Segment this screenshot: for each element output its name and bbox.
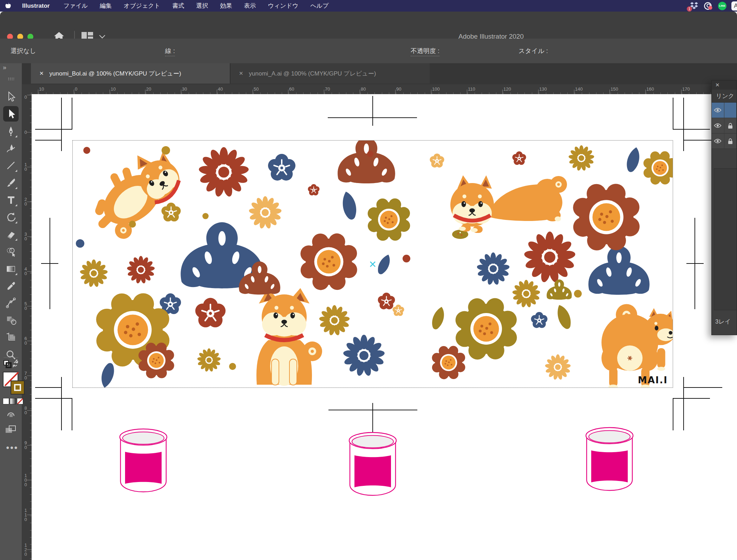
chevron-down-icon[interactable] bbox=[99, 33, 105, 39]
screen-mode-button[interactable] bbox=[5, 425, 17, 434]
art-kiku bbox=[197, 349, 221, 372]
tool-puppet-warp[interactable] bbox=[3, 295, 19, 311]
stroke-weight-label[interactable]: 線 : bbox=[165, 47, 175, 56]
edit-toolbar-dots[interactable]: ●●● bbox=[6, 444, 18, 451]
tool-gradient[interactable] bbox=[3, 261, 19, 276]
artboard-icon bbox=[5, 332, 17, 343]
art-shiba_lying bbox=[78, 142, 193, 248]
trim-mark bbox=[61, 377, 62, 430]
stroke-color-swatch[interactable] bbox=[11, 380, 25, 395]
layer-row-1[interactable] bbox=[712, 118, 737, 134]
toolbar-collapse-chevrons[interactable]: » bbox=[3, 64, 6, 71]
layer-visibility-toggle[interactable] bbox=[712, 134, 724, 149]
trim-mark bbox=[683, 98, 684, 151]
hruler-label: 80 bbox=[361, 86, 366, 92]
tool-type[interactable] bbox=[3, 192, 19, 208]
art-dot bbox=[574, 290, 582, 298]
hruler-label: 0 bbox=[75, 86, 77, 92]
hruler-label: 160 bbox=[646, 86, 654, 92]
hruler-label: 60 bbox=[289, 86, 294, 92]
tab-close-icon[interactable]: ✕ bbox=[39, 70, 44, 77]
canvas[interactable]: MAI.I bbox=[32, 94, 737, 560]
layer-visibility-toggle[interactable] bbox=[712, 118, 724, 133]
artboard-pattern[interactable]: MAI.I bbox=[73, 141, 673, 388]
app-icon-partial[interactable]: A bbox=[731, 1, 737, 11]
menu-item-1[interactable]: ファイル bbox=[57, 0, 94, 12]
trim-mark bbox=[35, 129, 72, 130]
puppet-warp-icon bbox=[5, 298, 17, 309]
tool-line-segment[interactable] bbox=[3, 158, 19, 173]
hruler-label: 120 bbox=[503, 86, 511, 92]
art-fruit bbox=[644, 151, 673, 185]
art-kiku bbox=[512, 280, 540, 308]
shape-builder-icon bbox=[5, 246, 17, 257]
menu-item-3[interactable]: オブジェクト bbox=[118, 0, 166, 12]
horizontal-ruler[interactable]: 1001020304050607080901001101201301401501… bbox=[32, 84, 737, 95]
layer-lock-toggle[interactable] bbox=[724, 118, 737, 133]
menu-item-6[interactable]: 効果 bbox=[214, 0, 238, 12]
cup-mockup-1[interactable] bbox=[347, 429, 398, 498]
opacity-label[interactable]: 不透明度 : bbox=[411, 47, 439, 56]
menu-item-8[interactable]: ウィンドウ bbox=[262, 0, 304, 12]
trim-mark bbox=[673, 98, 673, 130]
tool-shapes[interactable] bbox=[3, 313, 19, 328]
menu-item-7[interactable]: 表示 bbox=[238, 0, 262, 12]
tool-pen[interactable] bbox=[3, 123, 19, 139]
tool-curvature[interactable] bbox=[3, 141, 19, 156]
vertical-ruler[interactable]: 1 001 02 03 04 05 06 07 08 09 01 0 01 1 … bbox=[22, 94, 32, 560]
panel-close-icon[interactable]: ✕ bbox=[715, 82, 720, 88]
none-mode-button[interactable] bbox=[17, 398, 23, 404]
dropbox-icon[interactable]: 1 bbox=[690, 2, 699, 10]
layer-visibility-toggle[interactable] bbox=[712, 103, 724, 118]
artist-signature: MAI.I bbox=[638, 375, 668, 385]
art-kiku bbox=[568, 145, 594, 171]
menu-item-5[interactable]: 選択 bbox=[190, 0, 214, 12]
tool-rotate[interactable] bbox=[3, 209, 19, 225]
menu-item-illustrator[interactable]: Illustrator bbox=[16, 0, 57, 12]
menu-item-2[interactable]: 編集 bbox=[94, 0, 118, 12]
hruler-label: 20 bbox=[146, 86, 151, 92]
draw-mode-button[interactable] bbox=[6, 410, 15, 418]
creative-cloud-icon[interactable] bbox=[704, 2, 713, 10]
line-icon[interactable]: LINE bbox=[718, 2, 726, 10]
tool-artboard[interactable] bbox=[3, 330, 19, 345]
art-ume bbox=[430, 154, 444, 168]
layer-lock-toggle[interactable] bbox=[724, 134, 737, 149]
art-kiku bbox=[249, 196, 282, 229]
panel-tab-title[interactable]: リンク bbox=[712, 90, 737, 103]
art-leaf bbox=[376, 253, 393, 276]
art-leaf bbox=[625, 146, 642, 173]
art-fruit bbox=[456, 298, 517, 360]
tool-eraser[interactable] bbox=[3, 227, 19, 242]
gradient-mode-button[interactable] bbox=[10, 398, 16, 404]
document-tab-0[interactable]: ✕yunomi_Bol.ai @ 100% (CMYK/GPU プレビュー) bbox=[31, 63, 230, 84]
trim-mark bbox=[41, 263, 58, 264]
tool-selection[interactable] bbox=[3, 89, 19, 104]
cup-mockup-2[interactable] bbox=[584, 424, 635, 493]
color-mode-button[interactable] bbox=[3, 398, 9, 404]
tool-shape-builder[interactable] bbox=[3, 244, 19, 259]
menu-item-4[interactable]: 書式 bbox=[166, 0, 190, 12]
art-kiku bbox=[524, 232, 576, 283]
tool-paintbrush[interactable] bbox=[3, 175, 19, 190]
menu-bar: Illustratorファイル編集オブジェクト書式選択効果表示ウィンドウヘルプ … bbox=[0, 0, 737, 12]
art-leaf bbox=[340, 190, 359, 221]
tab-close-icon[interactable]: ✕ bbox=[239, 70, 243, 77]
apple-menu[interactable] bbox=[0, 2, 16, 9]
layer-row-2[interactable] bbox=[712, 134, 737, 149]
art-ume bbox=[195, 298, 226, 327]
cup-mockup-0[interactable] bbox=[118, 426, 169, 495]
art-pine bbox=[547, 280, 572, 300]
layer-lock-toggle[interactable] bbox=[724, 103, 737, 118]
toolbar-grip[interactable] bbox=[8, 77, 14, 80]
hruler-label: 10 bbox=[39, 86, 44, 92]
menu-item-9[interactable]: ヘルプ bbox=[304, 0, 334, 12]
eye-icon bbox=[714, 123, 722, 128]
ruler-corner[interactable] bbox=[22, 84, 32, 95]
default-fill-stroke-icon[interactable] bbox=[3, 359, 19, 370]
tool-direct-selection[interactable] bbox=[3, 106, 19, 122]
tool-eyedropper[interactable] bbox=[3, 278, 19, 294]
shapes-icon bbox=[5, 315, 17, 326]
layer-row-0[interactable] bbox=[712, 103, 737, 118]
document-tab-1[interactable]: ✕yunomi_A.ai @ 100% (CMYK/GPU プレビュー) bbox=[230, 63, 430, 84]
